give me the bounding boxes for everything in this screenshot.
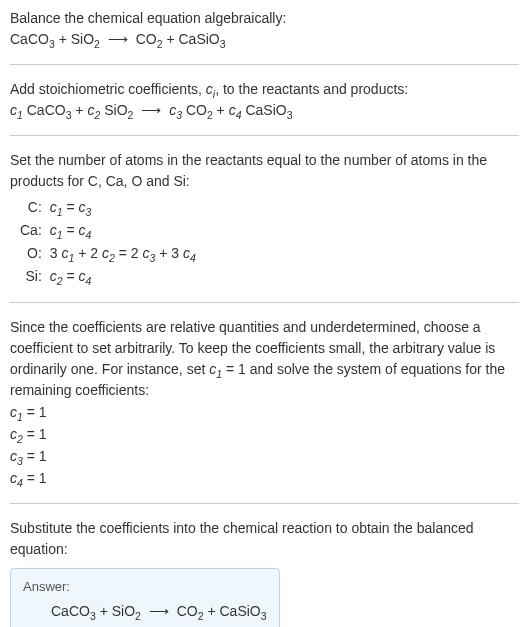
table-row: Ca: c1 = c4 (18, 219, 202, 242)
answer-box: Answer: CaCO3 + SiO2 ⟶ CO2 + CaSiO3 (10, 568, 280, 627)
coef-symbol: ci (206, 81, 215, 97)
product-2: CaSiO3 (179, 31, 226, 47)
atom-balance-table: C: c1 = c3 Ca: c1 = c4 O: 3 c1 + 2 c2 = … (18, 196, 202, 288)
divider (10, 503, 519, 504)
product-1: CO2 (177, 603, 204, 619)
balance-equation: c1 = c3 (48, 196, 202, 219)
coefficient-list: c1 = 1 c2 = 1 c3 = 1 c4 = 1 (10, 402, 519, 489)
substitute-section: Substitute the coefficients into the che… (10, 518, 519, 560)
choose-text: Since the coefficients are relative quan… (10, 317, 519, 401)
reaction-arrow-icon: ⟶ (141, 100, 161, 121)
divider (10, 135, 519, 136)
stoich-equation: c1 CaCO3 + c2 SiO2 ⟶ c3 CO2 + c4 CaSiO3 (10, 100, 519, 121)
intro-equation: CaCO3 + SiO2 ⟶ CO2 + CaSiO3 (10, 29, 519, 50)
table-row: C: c1 = c3 (18, 196, 202, 219)
atoms-intro: Set the number of atoms in the reactants… (10, 150, 519, 192)
element-label: C: (18, 196, 48, 219)
list-item: c3 = 1 (10, 446, 519, 467)
list-item: c2 = 1 (10, 424, 519, 445)
intro-text: Balance the chemical equation algebraica… (10, 8, 519, 29)
plus-sign: + (163, 31, 179, 47)
divider (10, 64, 519, 65)
intro-section: Balance the chemical equation algebraica… (10, 8, 519, 50)
table-row: O: 3 c1 + 2 c2 = 2 c3 + 3 c4 (18, 242, 202, 265)
balance-equation: c2 = c4 (48, 265, 202, 288)
reactant-2: SiO2 (71, 31, 100, 47)
plus-sign: + (96, 603, 112, 619)
reaction-arrow-icon: ⟶ (108, 29, 128, 50)
reactant-1: CaCO3 (51, 603, 96, 619)
balance-equation: c1 = c4 (48, 219, 202, 242)
plus-sign: + (204, 603, 220, 619)
stoich-section: Add stoichiometric coefficients, ci, to … (10, 79, 519, 121)
answer-label: Answer: (23, 577, 267, 597)
answer-equation: CaCO3 + SiO2 ⟶ CO2 + CaSiO3 (23, 601, 267, 622)
element-label: Si: (18, 265, 48, 288)
plus-sign: + (55, 31, 71, 47)
substitute-text: Substitute the coefficients into the che… (10, 518, 519, 560)
divider (10, 302, 519, 303)
atoms-section: Set the number of atoms in the reactants… (10, 150, 519, 288)
reactant-2: SiO2 (112, 603, 141, 619)
list-item: c4 = 1 (10, 468, 519, 489)
product-1: CO2 (136, 31, 163, 47)
reaction-arrow-icon: ⟶ (149, 601, 169, 622)
stoich-text: Add stoichiometric coefficients, ci, to … (10, 79, 519, 100)
balance-equation: 3 c1 + 2 c2 = 2 c3 + 3 c4 (48, 242, 202, 265)
element-label: O: (18, 242, 48, 265)
list-item: c1 = 1 (10, 402, 519, 423)
choose-section: Since the coefficients are relative quan… (10, 317, 519, 489)
reactant-1: CaCO3 (10, 31, 55, 47)
table-row: Si: c2 = c4 (18, 265, 202, 288)
product-2: CaSiO3 (220, 603, 267, 619)
element-label: Ca: (18, 219, 48, 242)
